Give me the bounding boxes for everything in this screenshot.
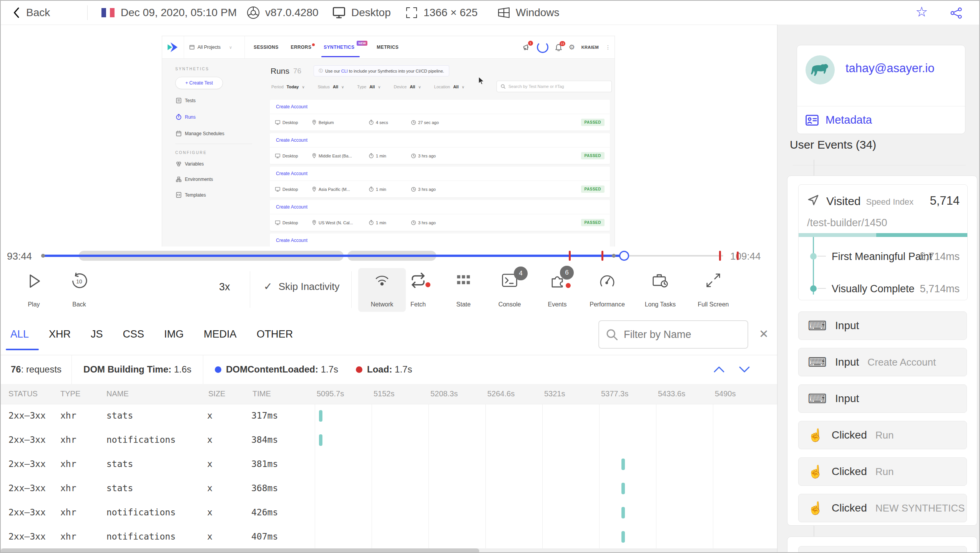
controls-divider xyxy=(250,271,250,308)
info-icon: ⓘ xyxy=(319,68,323,74)
new-badge: NEW xyxy=(357,41,367,46)
speed-toggle[interactable]: 3x xyxy=(219,281,230,293)
skip-inactivity-toggle[interactable]: ✓ Skip Inactivity xyxy=(264,280,340,293)
tab-img[interactable]: IMG xyxy=(164,328,184,340)
event-clicked[interactable]: ☝ Clicked Run xyxy=(798,421,967,449)
jump-next-button[interactable] xyxy=(739,366,750,373)
app-sidebar-schedules: Manage Schedules xyxy=(176,131,224,136)
error-marker[interactable] xyxy=(569,251,571,261)
close-panel-button[interactable]: ✕ xyxy=(759,327,769,341)
dcl-dot xyxy=(215,366,221,373)
tab-media[interactable]: MEDIA xyxy=(204,328,237,340)
row-type: xhr xyxy=(60,507,76,517)
network-row[interactable]: 2xx–3xx xhr notifications x 407ms xyxy=(1,525,777,548)
network-row[interactable]: 2xx–3xx xhr stats x 381ms xyxy=(1,452,777,477)
tab-xhr[interactable]: XHR xyxy=(49,328,71,340)
row-name: stats xyxy=(106,459,133,469)
col-time: TIME xyxy=(252,389,271,398)
event-input[interactable]: ⌨ Input xyxy=(798,384,967,413)
long-tasks-button[interactable]: Long Tasks xyxy=(639,268,682,312)
events-connector-line xyxy=(793,165,966,166)
error-marker[interactable] xyxy=(601,251,603,261)
clipboard-icon xyxy=(176,98,181,103)
cli-link: CLI xyxy=(341,69,348,73)
calendar-icon xyxy=(176,131,181,136)
metadata-button[interactable]: Metadata xyxy=(806,114,872,126)
event-input[interactable]: ⌨ Input Create Account xyxy=(798,348,967,376)
date-label: Dec 09, 2020, 05:10 PM xyxy=(121,7,237,19)
back-button[interactable]: Back xyxy=(12,1,50,25)
jump-prev-button[interactable] xyxy=(713,366,725,373)
gauge-icon xyxy=(599,273,615,288)
row-status: 2xx–3xx xyxy=(8,435,46,445)
keyboard-icon: ⌨ xyxy=(808,391,827,406)
error-marker[interactable] xyxy=(719,251,721,261)
app-sidebar-environments: Environments xyxy=(176,177,213,182)
row-type: xhr xyxy=(60,435,76,445)
state-button[interactable]: State xyxy=(442,268,485,312)
state-grid-icon xyxy=(456,273,471,288)
chevron-down-icon: ∨ xyxy=(229,45,232,50)
network-tabs-row: ALL XHR JS CSS IMG MEDIA OTHER ✕ xyxy=(1,315,777,355)
replay-screen: All Projects ∨ SESSIONS ERRORS SYNTHETIC… xyxy=(162,36,615,247)
fetch-alert-dot xyxy=(425,282,430,287)
console-button[interactable]: 4 Console xyxy=(488,268,531,312)
network-row[interactable]: 2xx–3xx xhr stats x 368ms xyxy=(1,477,777,501)
app-sidebar-templates: Templates xyxy=(176,192,206,198)
app-search-box: Search by Test Name or #Tag xyxy=(497,81,612,92)
runs-list: Create Account Desktop Belgium 4 secs 27… xyxy=(270,100,610,247)
filter-input[interactable] xyxy=(623,328,740,341)
event-input[interactable]: ⌨ Input xyxy=(798,311,967,340)
network-row[interactable]: 2xx–3xx xhr notifications x 384ms xyxy=(1,428,777,452)
back-10s-button[interactable]: 10 Back xyxy=(58,268,101,312)
events-button[interactable]: 6 Events xyxy=(536,268,579,312)
resolution-label: 1366 × 625 xyxy=(424,7,478,19)
row-time: 426ms xyxy=(251,507,278,517)
tab-css[interactable]: CSS xyxy=(123,328,145,340)
os-label: Windows xyxy=(516,7,560,19)
pointer-icon: ☝ xyxy=(808,428,823,442)
network-row[interactable]: 2xx–3xx xhr stats x 317ms xyxy=(1,404,777,428)
network-panel: ALL XHR JS CSS IMG MEDIA OTHER ✕ 76: req… xyxy=(1,315,777,553)
tab-js[interactable]: JS xyxy=(91,328,103,340)
run-duration: 1 min xyxy=(369,187,411,192)
horizontal-scrollbar[interactable] xyxy=(1,548,777,553)
share-button[interactable] xyxy=(950,7,962,19)
full-screen-button[interactable]: Full Screen xyxy=(692,268,735,312)
run-location: Middle East (Ba... xyxy=(312,153,369,158)
tab-other[interactable]: OTHER xyxy=(257,328,293,340)
monitor-icon xyxy=(275,187,280,192)
event-clicked[interactable]: ☝ Clicked Run xyxy=(798,457,967,486)
player-controls: Play 10 Back 3x ✓ Skip Inactivity Networ… xyxy=(1,265,777,315)
tick-label: 5095.7s xyxy=(317,389,344,398)
performance-button[interactable]: Performance xyxy=(586,268,629,312)
error-marker[interactable] xyxy=(737,252,739,260)
scrollbar-thumb[interactable] xyxy=(1,548,479,553)
row-size: x xyxy=(207,483,213,493)
row-size: x xyxy=(207,435,213,445)
clock-icon xyxy=(411,154,416,158)
fetch-button[interactable]: Fetch xyxy=(397,268,440,312)
active-tab-underline xyxy=(321,56,360,57)
vc-value: 5,714ms xyxy=(920,283,960,295)
event-clicked[interactable]: ☝ Clicked NEW SYNTHETICS xyxy=(798,494,967,522)
timeline-track[interactable] xyxy=(43,247,723,265)
row-type: xhr xyxy=(60,459,76,469)
play-button[interactable]: Play xyxy=(12,268,55,312)
network-table-header: STATUS TYPE NAME SIZE TIME 5095.7s 5152s… xyxy=(1,384,777,404)
tick-label: 5490s xyxy=(715,389,736,398)
playhead[interactable] xyxy=(619,251,629,261)
navigation-icon xyxy=(807,194,819,206)
visited-event-card[interactable]: Visited Speed Index 5,714 /test-builder/… xyxy=(798,184,968,300)
events-connector-line xyxy=(814,160,814,176)
user-menu: KRAIEM xyxy=(581,45,599,50)
pointer-icon: ☝ xyxy=(808,464,823,479)
run-title: Create Account xyxy=(270,167,610,181)
tab-all-active[interactable]: ALL xyxy=(10,328,29,340)
favorite-button[interactable]: ☆ xyxy=(915,4,928,20)
network-row[interactable]: 2xx–3xx xhr notifications x 426ms xyxy=(1,501,777,525)
user-email-link[interactable]: tahay@asayer.io xyxy=(845,61,934,75)
track-start-dot xyxy=(41,254,45,258)
run-ago: 3 hrs ago xyxy=(411,220,436,225)
run-location: US West (N. Cal... xyxy=(312,220,369,225)
